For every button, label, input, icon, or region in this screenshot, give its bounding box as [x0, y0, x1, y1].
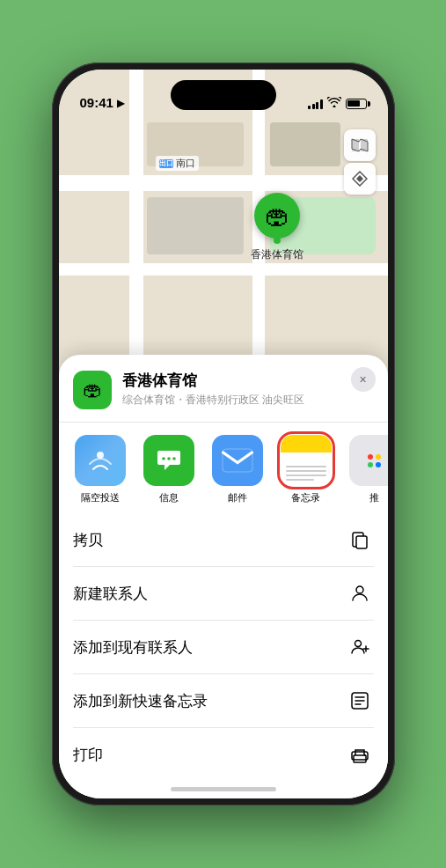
status-bar: 09:41 ▶ — [59, 70, 388, 117]
svg-point-3 — [162, 457, 165, 460]
svg-point-4 — [167, 457, 171, 460]
more-dots — [361, 447, 388, 474]
svg-rect-8 — [356, 536, 367, 548]
action-add-quick-note[interactable]: 添加到新快速备忘录 — [73, 674, 374, 728]
status-icons — [308, 97, 367, 112]
pin-icon: 🏟 — [254, 193, 300, 239]
mail-icon-wrap — [212, 435, 263, 486]
phone-screen: 09:41 ▶ — [59, 70, 388, 798]
print-icon — [346, 740, 374, 769]
share-item-notes[interactable]: 备忘录 — [275, 435, 337, 504]
svg-point-10 — [355, 641, 361, 647]
svg-rect-12 — [354, 755, 366, 762]
svg-point-2 — [97, 452, 104, 459]
action-print-label: 打印 — [73, 745, 103, 765]
bottom-sheet: 🏟 香港体育馆 综合体育馆・香港特别行政区 油尖旺区 × — [59, 355, 388, 798]
map-road — [59, 175, 388, 191]
status-time: 09:41 — [80, 95, 113, 112]
share-item-mail[interactable]: 邮件 — [207, 435, 268, 504]
share-item-airdrop[interactable]: 隔空投送 — [69, 435, 131, 504]
battery-icon — [346, 99, 367, 109]
phone-frame: 09:41 ▶ — [52, 63, 395, 805]
more-label: 推 — [369, 491, 379, 504]
action-list: 拷贝 新建联系人 — [59, 513, 388, 781]
messages-icon-wrap — [143, 435, 194, 486]
svg-point-5 — [172, 457, 176, 460]
share-item-more[interactable]: 推 — [344, 435, 388, 504]
venue-pin[interactable]: 🏟 香港体育馆 — [251, 193, 303, 262]
airdrop-icon-wrap — [75, 435, 126, 486]
map-type-button[interactable] — [344, 129, 376, 161]
venue-info: 香港体育馆 综合体育馆・香港特别行政区 油尖旺区 — [122, 371, 374, 408]
share-item-messages[interactable]: 信息 — [138, 435, 200, 504]
venue-header: 🏟 香港体育馆 综合体育馆・香港特别行政区 油尖旺区 × — [59, 355, 388, 423]
nankou-icon: 出口 — [159, 159, 173, 168]
action-new-contact[interactable]: 新建联系人 — [73, 567, 374, 621]
action-new-contact-label: 新建联系人 — [73, 584, 148, 604]
svg-rect-6 — [223, 449, 252, 472]
map-controls — [344, 129, 376, 195]
airdrop-label: 隔空投送 — [81, 491, 120, 504]
signal-icon — [308, 99, 323, 109]
pin-dot — [274, 237, 281, 244]
action-copy-label: 拷贝 — [73, 530, 103, 550]
map-block — [147, 197, 244, 254]
action-print[interactable]: 打印 — [73, 728, 374, 781]
share-row: 隔空投送 信息 — [59, 423, 388, 513]
action-add-existing-contact[interactable]: 添加到现有联系人 — [73, 621, 374, 674]
close-button[interactable]: × — [351, 367, 376, 392]
person-icon — [346, 579, 374, 607]
action-quick-note-label: 添加到新快速备忘录 — [73, 691, 208, 711]
location-arrow-icon: ▶ — [117, 98, 124, 109]
notes-icon-inner — [281, 435, 332, 486]
more-icon-wrap — [349, 435, 388, 486]
map-label-nankou: 出口 南口 — [156, 156, 199, 171]
person-add-icon — [346, 633, 374, 661]
location-button[interactable] — [344, 163, 376, 195]
svg-point-14 — [364, 754, 366, 756]
map-block — [270, 122, 340, 166]
messages-label: 信息 — [159, 491, 179, 504]
copy-icon — [346, 526, 374, 554]
map-road — [59, 263, 388, 276]
notes-icon-wrap — [281, 435, 332, 486]
home-indicator — [171, 787, 276, 791]
notes-label: 备忘录 — [291, 491, 320, 504]
venue-logo: 🏟 — [73, 371, 112, 409]
pin-label: 香港体育馆 — [251, 247, 303, 262]
venue-description: 综合体育馆・香港特别行政区 油尖旺区 — [122, 393, 374, 408]
note-icon — [346, 687, 374, 715]
svg-point-9 — [356, 586, 363, 593]
action-copy[interactable]: 拷贝 — [73, 513, 374, 567]
venue-name: 香港体育馆 — [122, 371, 374, 391]
mail-label: 邮件 — [228, 491, 247, 504]
wifi-icon — [327, 97, 341, 110]
action-add-existing-label: 添加到现有联系人 — [73, 637, 193, 658]
